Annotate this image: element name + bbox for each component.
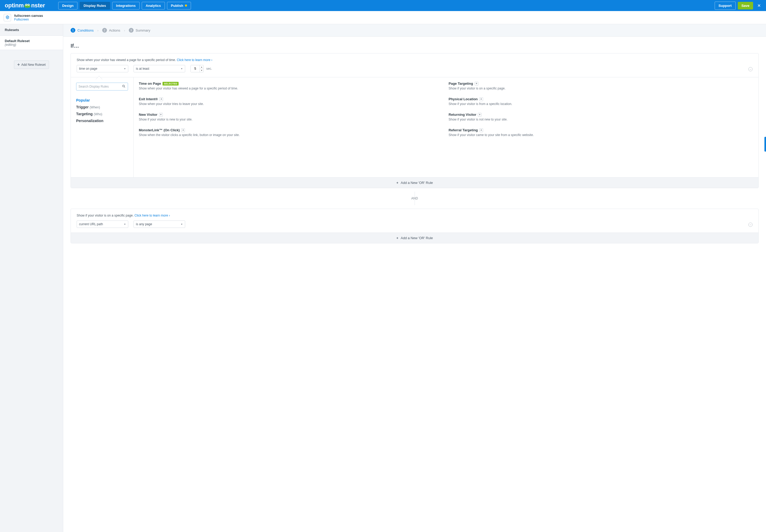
catalog-item-desc: Show when your visitor tries to leave yo… <box>139 102 443 106</box>
remove-rule-button[interactable]: − <box>748 67 753 71</box>
chevron-down-icon: ▼ <box>181 223 183 225</box>
rulesets-sidebar: Rulesets Default Ruleset (editing) Add N… <box>0 24 63 532</box>
button-label: Save <box>742 4 749 8</box>
button-label: Support <box>719 4 732 8</box>
catalog-item-desc: Show if your visitor is new to your site… <box>139 118 443 121</box>
add-ruleset-button[interactable]: Add New Ruleset <box>14 61 49 69</box>
add-rule-button[interactable]: + <box>159 97 163 101</box>
learn-more-link[interactable]: Click here to learn more <box>134 214 170 217</box>
gear-icon <box>6 15 9 20</box>
top-right-actions: Support Save ✕ <box>715 2 763 10</box>
wizard-step-summary[interactable]: 3 Summary <box>129 28 150 33</box>
tab-analytics[interactable]: Analytics <box>142 2 165 9</box>
and-connector: AND <box>71 188 759 209</box>
catalog-item-title: Page Targeting <box>449 82 473 86</box>
tab-publish[interactable]: Publish <box>167 2 191 9</box>
rule-operator-select[interactable]: is at least ▼ <box>133 65 185 72</box>
wizard-step-actions[interactable]: 2 Actions <box>102 28 120 33</box>
learn-more-link[interactable]: Click here to learn more <box>177 58 212 62</box>
catalog-item-returning-visitor[interactable]: Returning Visitor + Show if your visitor… <box>449 113 753 121</box>
add-rule-button[interactable]: + <box>475 82 478 86</box>
catalog-item-desc: Show if your visitor is not new to your … <box>449 118 753 121</box>
plus-icon: + <box>479 113 480 116</box>
campaign-type: Fullscreen <box>14 18 43 21</box>
wizard-step-label: Actions <box>109 28 120 32</box>
catalog-item-new-visitor[interactable]: New Visitor + Show if your visitor is ne… <box>139 113 443 121</box>
tab-design[interactable]: Design <box>58 2 77 9</box>
rule-operator-select[interactable]: is any page ▼ <box>133 220 185 228</box>
close-icon: ✕ <box>757 3 761 8</box>
catalog-item-monsterlink[interactable]: MonsterLink™ (On Click) + Show when the … <box>139 128 443 137</box>
top-nav-bar: optinm nster Design Display Rules Integr… <box>0 0 766 11</box>
close-button[interactable]: ✕ <box>755 2 763 10</box>
add-or-rule-button[interactable]: + Add a New 'OR' Rule <box>71 177 758 188</box>
chevron-down-icon: ▼ <box>181 68 183 70</box>
sidebar-header: Rulesets <box>0 24 63 36</box>
search-display-rules-input[interactable] <box>76 83 128 91</box>
rule-card-page-targeting: Show if your visitor is on a specific pa… <box>71 209 759 243</box>
search-icon <box>122 84 126 89</box>
catalog-item-desc: Show when the visitor clicks a specific … <box>139 133 443 137</box>
category-personalization[interactable]: Personalization <box>76 117 128 124</box>
wizard-step-label: Summary <box>136 28 150 32</box>
catalog-item-exit-intent[interactable]: Exit Intent® + Show when your visitor tr… <box>139 97 443 106</box>
campaign-subbar: fullscreen canvas Fullscreen <box>0 11 766 24</box>
seconds-value[interactable] <box>191 65 200 72</box>
tab-display-rules[interactable]: Display Rules <box>79 2 110 9</box>
add-rule-button[interactable]: + <box>479 128 483 132</box>
plus-icon: + <box>480 98 482 101</box>
wizard-step-label: Conditions <box>77 28 93 32</box>
number-spinner: ▲ ▼ <box>200 65 204 72</box>
support-button[interactable]: Support <box>715 2 736 10</box>
chevron-down-icon: ▼ <box>124 68 126 70</box>
save-button[interactable]: Save <box>738 2 753 9</box>
category-targeting[interactable]: Targeting (Who) <box>76 111 128 117</box>
category-trigger[interactable]: Trigger (When) <box>76 104 128 111</box>
rule-description: Show when your visitor has viewed a page… <box>77 58 753 62</box>
catalog-item-desc: Show if your visitor is from a specific … <box>449 102 753 106</box>
catalog-item-physical-location[interactable]: Physical Location + Show if your visitor… <box>449 97 753 106</box>
chevron-right-icon: › <box>124 28 125 32</box>
catalog-item-title: MonsterLink™ (On Click) <box>139 128 179 132</box>
catalog-item-title: Physical Location <box>449 97 478 101</box>
selected-badge: SELECTED <box>162 82 178 86</box>
campaign-name: fullscreen canvas <box>14 14 43 18</box>
select-value: is any page <box>136 222 152 226</box>
category-popular[interactable]: Popular <box>76 97 128 104</box>
catalog-item-title: Time on Page <box>139 82 161 86</box>
ruleset-state: (editing) <box>5 43 58 47</box>
search-field[interactable] <box>78 85 122 88</box>
campaign-settings-button[interactable] <box>4 14 11 21</box>
add-rule-button[interactable]: + <box>181 128 185 132</box>
add-or-rule-button[interactable]: + Add a New 'OR' Rule <box>71 233 758 243</box>
minus-icon: − <box>749 223 752 227</box>
spinner-down[interactable]: ▼ <box>200 69 204 72</box>
tab-label: Analytics <box>146 4 161 8</box>
remove-rule-button[interactable]: − <box>748 223 753 227</box>
add-rule-button[interactable]: + <box>159 113 163 117</box>
seconds-input[interactable]: ▲ ▼ <box>190 65 204 72</box>
ruleset-item[interactable]: Default Ruleset (editing) <box>0 36 63 50</box>
wizard-step-conditions[interactable]: 1 Conditions <box>71 28 93 33</box>
content-area: 1 Conditions › 2 Actions › 3 Summary If…… <box>63 24 766 532</box>
right-edge-tab[interactable] <box>764 137 766 152</box>
add-rule-button[interactable]: + <box>478 113 481 117</box>
ruleset-title: Default Ruleset <box>5 39 58 43</box>
plus-icon: + <box>480 129 482 132</box>
spinner-up[interactable]: ▲ <box>200 65 204 69</box>
catalog-item-referral-targeting[interactable]: Referral Targeting + Show if your visito… <box>449 128 753 137</box>
wizard-step-number: 3 <box>129 28 133 33</box>
rule-card-time-on-page: Show when your visitor has viewed a page… <box>71 53 759 188</box>
rule-type-select[interactable]: current URL path ▼ <box>77 220 128 228</box>
brand-logo: optinm nster <box>5 2 45 9</box>
rule-description: Show if your visitor is on a specific pa… <box>77 214 753 217</box>
tab-integrations[interactable]: Integrations <box>112 2 139 9</box>
catalog-item-title: Returning Visitor <box>449 113 476 117</box>
catalog-item-title: New Visitor <box>139 113 157 117</box>
catalog-item-time-on-page[interactable]: Time on Page SELECTED Show when your vis… <box>139 82 443 90</box>
catalog-item-page-targeting[interactable]: Page Targeting + Show if your visitor is… <box>449 82 753 90</box>
add-rule-button[interactable]: + <box>479 97 483 101</box>
rule-type-select[interactable]: time on page ▼ <box>77 65 128 72</box>
if-heading: If… <box>71 43 759 49</box>
chevron-right-icon: › <box>97 28 98 32</box>
